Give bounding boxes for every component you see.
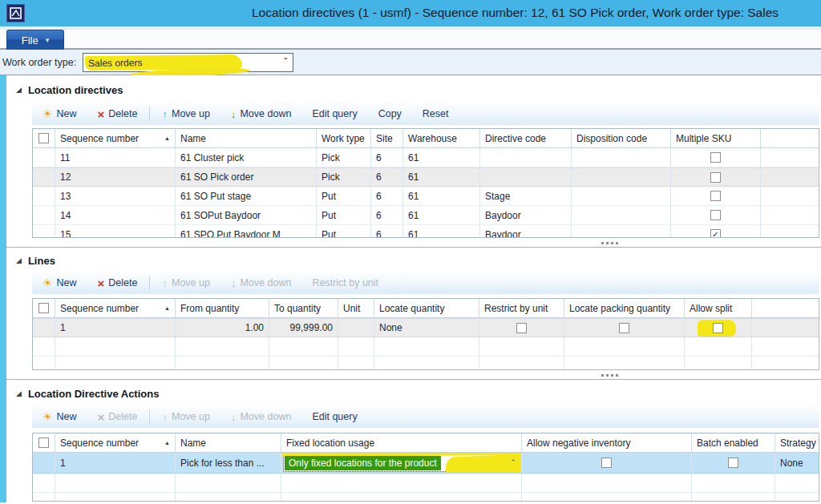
cell-name[interactable]: 61 Cluster pick [176,148,317,167]
move-down-button[interactable]: ↓ Move down [220,103,301,125]
cell-multiple-sku[interactable] [671,187,761,205]
cell-batch-enabled[interactable] [692,453,775,473]
cell-directive-code[interactable]: Baydoor [480,225,572,238]
cell-work-type[interactable]: Put [317,187,371,205]
work-order-type-combobox[interactable]: Sales orders ˇ [83,53,293,72]
cell-directive-code[interactable]: Baydoor [480,206,572,224]
row-select-cell[interactable] [33,168,55,186]
chevron-down-icon[interactable]: ˇ [512,458,519,468]
column-header-name[interactable]: Name [176,129,317,147]
reset-button[interactable]: Reset [412,103,459,125]
cell-sequence-number[interactable]: 13 [55,187,176,205]
splitter-handle-icon[interactable] [601,242,604,244]
empty-grid-row[interactable] [33,337,819,357]
section-splitter[interactable] [16,238,821,247]
row-select-cell[interactable] [33,319,55,337]
cell-directive-code[interactable] [480,168,572,186]
checkbox[interactable] [38,437,49,448]
select-all-checkbox-cell[interactable] [33,299,55,317]
grid-row-11[interactable]: 11 61 Cluster pick Pick 6 61 [33,148,819,167]
column-header-allow-split[interactable]: Allow split [685,299,752,317]
move-up-button[interactable]: ↑ Move up [152,103,220,125]
cell-site[interactable]: 6 [371,225,403,238]
checkbox-unchecked[interactable] [713,323,723,333]
cell-site[interactable]: 6 [371,168,403,186]
checkbox-unchecked[interactable] [710,152,721,163]
cell-site[interactable]: 6 [371,148,403,167]
grid-row-13[interactable]: 13 61 SO Put stage Put 6 61 Stage [33,187,819,206]
cell-warehouse[interactable]: 61 [403,187,480,205]
row-select-cell[interactable] [33,453,55,473]
column-header-sequence-number[interactable]: Sequence number▲ [55,299,176,317]
column-header-directive-code[interactable]: Directive code [480,129,572,147]
chevron-down-icon[interactable]: ˇ [284,57,287,68]
row-select-cell[interactable] [33,225,55,238]
cell-unit[interactable] [338,319,374,337]
cell-from-quantity[interactable]: 1.00 [176,319,269,337]
splitter-handle-icon[interactable] [601,374,604,377]
column-header-warehouse[interactable]: Warehouse [403,129,480,147]
cell-multiple-sku[interactable] [671,206,761,224]
select-all-checkbox-cell[interactable] [33,129,55,147]
cell-disposition-code[interactable] [572,168,671,186]
grid-row-12-selected[interactable]: 12 61 SO Pick order Pick 6 61 [33,167,819,187]
edit-query-button[interactable]: Edit query [301,103,367,125]
column-header-work-type[interactable]: Work type [317,129,371,147]
file-menu-button[interactable]: File ▾ [6,30,64,50]
edit-query-button[interactable]: Edit query [301,405,367,428]
cell-allow-split-highlighted[interactable] [685,319,752,337]
delete-button[interactable]: × Delete [87,103,148,125]
column-header-locate-packing-quantity[interactable]: Locate packing quantity [564,299,685,317]
cell-name[interactable]: 61 SPO Put Baydoor M [176,225,317,238]
cell-multiple-sku[interactable]: ✓ [671,225,761,238]
column-header-site[interactable]: Site [371,129,403,147]
new-button[interactable]: ☀ New [32,405,87,428]
section-header-lines[interactable]: ◢ Lines [16,252,821,269]
cell-work-type[interactable]: Put [317,225,371,238]
column-header-unit[interactable]: Unit [338,299,374,317]
checkbox-unchecked[interactable] [710,210,721,220]
new-button[interactable]: ☀ New [32,103,87,125]
checkbox-unchecked[interactable] [728,458,738,468]
column-header-disposition-code[interactable]: Disposition code [572,129,671,147]
new-button[interactable]: ☀ New [32,272,87,294]
cell-multiple-sku[interactable] [671,148,761,167]
cell-warehouse[interactable]: 61 [403,148,480,167]
cell-disposition-code[interactable] [572,148,671,167]
cell-disposition-code[interactable] [572,187,671,205]
cell-warehouse[interactable]: 61 [403,206,480,224]
cell-sequence-number[interactable]: 1 [55,319,176,337]
section-header-location-directive-actions[interactable]: ◢ Location Directive Actions [16,385,821,402]
fixed-location-usage-dropdown[interactable]: Only fixed locations for the product ˇ [283,454,520,472]
row-select-cell[interactable] [33,187,55,205]
cell-directive-code[interactable] [480,148,572,167]
cell-work-type[interactable]: Pick [317,168,371,186]
cell-name[interactable]: 61 SO Put stage [176,187,317,205]
cell-allow-negative-inventory[interactable] [522,453,692,473]
cell-restrict-by-unit[interactable] [479,319,564,337]
column-header-restrict-by-unit[interactable]: Restrict by unit [479,299,564,317]
cell-sequence-number[interactable]: 12 [55,168,176,186]
cell-sequence-number[interactable]: 11 [55,148,176,167]
checkbox-unchecked[interactable] [619,323,629,333]
cell-multiple-sku[interactable] [671,168,761,186]
column-header-fixed-location-usage[interactable]: Fixed location usage [281,433,522,452]
cell-name[interactable]: Pick for less than ... [176,453,281,473]
checkbox-unchecked[interactable] [516,323,527,333]
empty-grid-row[interactable] [33,493,819,502]
column-header-batch-enabled[interactable]: Batch enabled [692,433,775,452]
cell-strategy[interactable]: None [775,453,819,473]
cell-name[interactable]: 61 SO Pick order [176,168,317,186]
cell-site[interactable]: 6 [371,187,403,205]
grid-row-1-selected[interactable]: 1 1.00 99,999.00 None [33,318,819,337]
checkbox-unchecked[interactable] [710,172,721,183]
cell-locate-packing-quantity[interactable] [564,319,685,337]
select-all-checkbox-cell[interactable] [33,433,55,452]
row-select-cell[interactable] [33,148,55,167]
grid-row-1-selected[interactable]: 1 Pick for less than ... Only fixed loca… [33,453,819,474]
column-header-locate-quantity[interactable]: Locate quantity [374,299,479,317]
cell-warehouse[interactable]: 61 [403,225,480,238]
cell-work-type[interactable]: Pick [317,148,371,167]
cell-directive-code[interactable]: Stage [480,187,572,205]
row-select-cell[interactable] [33,206,55,224]
